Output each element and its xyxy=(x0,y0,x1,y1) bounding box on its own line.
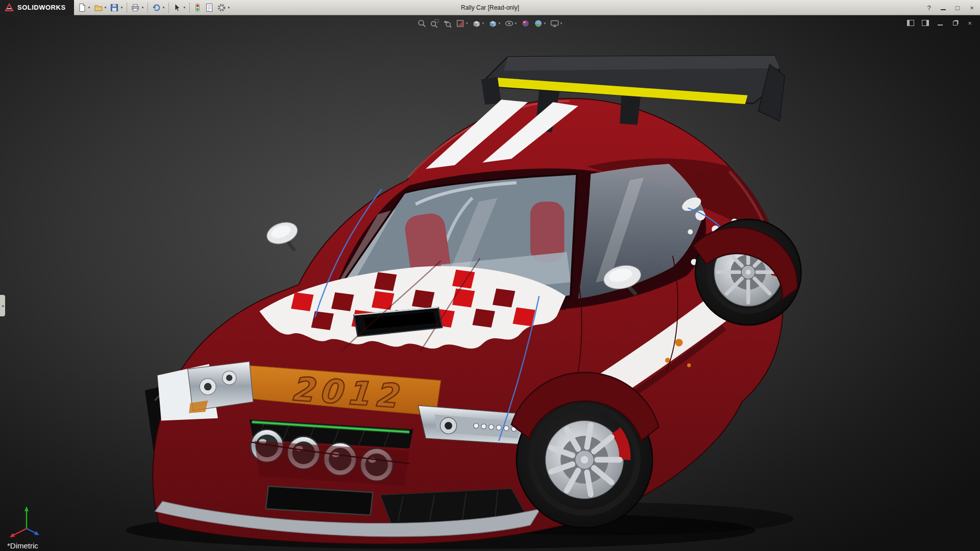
zoom-to-fit-button[interactable] xyxy=(418,19,427,28)
display-style-icon xyxy=(488,19,498,28)
chevron-down-icon[interactable]: ▼ xyxy=(182,6,186,9)
solidworks-logo-icon xyxy=(4,3,14,12)
section-view-icon xyxy=(456,19,465,28)
restore-icon xyxy=(953,21,958,26)
collapse-arrow-icon: ◂ xyxy=(2,304,4,308)
view-settings-icon xyxy=(550,19,559,28)
zoom-area-icon xyxy=(430,19,439,28)
chevron-down-icon[interactable]: ▼ xyxy=(87,6,91,9)
toolbar-separator xyxy=(168,3,169,13)
document-window-controls: × xyxy=(906,19,974,27)
chevron-down-icon[interactable]: ▼ xyxy=(465,22,469,25)
save-button[interactable]: ▼ xyxy=(108,2,125,13)
livery-year-text: 2012 xyxy=(290,369,404,415)
view-orientation-label: *Dimetric xyxy=(7,541,38,550)
view-settings-button[interactable]: ▼ xyxy=(550,19,562,28)
undo-icon xyxy=(152,3,161,12)
chevron-down-icon[interactable]: ▼ xyxy=(140,6,144,9)
open-folder-icon xyxy=(94,3,103,12)
help-button[interactable]: ? xyxy=(925,4,933,12)
new-document-icon xyxy=(78,3,87,12)
doc-close-button[interactable]: × xyxy=(966,19,974,27)
zoom-to-fit-icon xyxy=(418,19,427,28)
options-button[interactable]: ▼ xyxy=(215,2,232,13)
toolbar-separator xyxy=(127,3,127,13)
file-properties-button[interactable] xyxy=(203,2,215,13)
undo-button[interactable]: ▼ xyxy=(150,2,166,13)
maximize-button[interactable]: □ xyxy=(953,4,962,12)
display-style-button[interactable]: ▼ xyxy=(488,19,501,28)
minimize-icon xyxy=(938,20,943,26)
gear-icon xyxy=(217,3,226,12)
left-pane-icon xyxy=(907,20,914,26)
save-icon xyxy=(110,3,119,12)
feature-pane-collapse-tab[interactable]: ◂ xyxy=(0,295,5,316)
hide-show-items-button[interactable]: ▼ xyxy=(505,19,518,28)
zoom-area-button[interactable] xyxy=(430,19,439,28)
previous-view-icon xyxy=(443,19,452,28)
right-pane-icon xyxy=(922,20,929,26)
view-orientation-cube-icon xyxy=(472,19,481,28)
view-orientation-button[interactable]: ▼ xyxy=(472,19,485,28)
edit-appearance-button[interactable] xyxy=(521,19,530,28)
minimize-icon xyxy=(941,6,946,10)
new-document-button[interactable]: ▼ xyxy=(76,2,92,13)
section-view-button[interactable]: ▼ xyxy=(456,19,469,28)
rebuild-icon xyxy=(193,3,202,12)
doc-minimize-button[interactable] xyxy=(936,19,944,27)
document-title: Rally Car [Read-only] xyxy=(461,4,519,11)
brand-name: SOLIDWORKS xyxy=(17,4,66,11)
chevron-down-icon[interactable]: ▼ xyxy=(227,6,230,9)
open-button[interactable]: ▼ xyxy=(92,2,109,13)
toggle-left-pane-button[interactable] xyxy=(906,19,915,27)
toolbar-separator xyxy=(189,3,190,13)
chevron-down-icon[interactable]: ▼ xyxy=(104,6,107,9)
close-button[interactable]: × xyxy=(968,4,976,12)
graphics-viewport[interactable]: 2012 xyxy=(0,15,980,551)
rebuild-button[interactable] xyxy=(192,2,203,13)
scene-icon xyxy=(533,19,543,28)
standard-toolbar: ▼ ▼ ▼ ▼ xyxy=(74,2,234,13)
chevron-down-icon[interactable]: ▼ xyxy=(482,22,485,25)
toolbar-separator xyxy=(148,3,148,13)
eye-icon xyxy=(505,19,514,28)
file-properties-icon xyxy=(205,3,214,12)
rally-car-model-scene[interactable]: 2012 xyxy=(0,15,980,551)
apply-scene-button[interactable]: ▼ xyxy=(533,19,546,28)
previous-view-button[interactable] xyxy=(443,19,452,28)
doc-restore-button[interactable] xyxy=(951,19,959,27)
chevron-down-icon[interactable]: ▼ xyxy=(161,6,165,9)
print-icon xyxy=(131,3,140,12)
chevron-down-icon[interactable]: ▼ xyxy=(119,6,123,9)
solidworks-logo: SOLIDWORKS xyxy=(0,0,74,15)
select-arrow-icon xyxy=(173,3,182,12)
chevron-down-icon[interactable]: ▼ xyxy=(559,22,562,25)
toggle-right-pane-button[interactable] xyxy=(921,19,929,27)
chevron-down-icon[interactable]: ▼ xyxy=(498,22,501,25)
window-controls: ? □ × xyxy=(925,0,976,15)
select-button[interactable]: ▼ xyxy=(171,2,187,13)
chevron-down-icon[interactable]: ▼ xyxy=(543,22,546,25)
appearance-ball-icon xyxy=(521,19,530,28)
minimize-button[interactable] xyxy=(939,4,947,12)
titlebar: SOLIDWORKS ▼ ▼ ▼ xyxy=(0,0,980,15)
print-button[interactable]: ▼ xyxy=(129,2,145,13)
chevron-down-icon[interactable]: ▼ xyxy=(514,22,518,25)
reference-triad xyxy=(7,503,47,540)
headsup-view-toolbar: ▼ ▼ ▼ ▼ xyxy=(418,19,563,28)
